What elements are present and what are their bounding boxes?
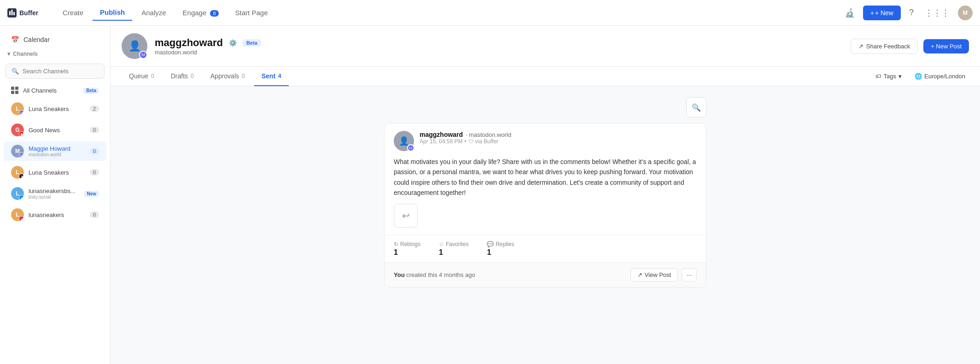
- mastodon-icon: M: [19, 153, 24, 158]
- post-meta: maggzhoward · mastodon.world Apr 15, 04:…: [420, 131, 697, 145]
- tag-icon: 🏷: [875, 73, 881, 80]
- tab-queue[interactable]: Queue 0: [122, 67, 162, 86]
- channel-name-block: Maggie Howard mastodon.world: [29, 145, 70, 157]
- channel-avatar: L P: [11, 208, 24, 221]
- sidebar-item-luna-sneakers-mastodon[interactable]: L M Luna Sneakers 2: [4, 99, 106, 118]
- channel-name-block: lunasneakersbs... bsky.social: [29, 188, 76, 200]
- share-feedback-button[interactable]: ↗ Share Feedback: [851, 39, 918, 54]
- tab-drafts[interactable]: Drafts 0: [163, 67, 201, 86]
- bluesky-icon: ☁: [19, 195, 24, 200]
- main-layout: 📅 Calendar ▾ Channels 🔍 All Channels Bet…: [0, 26, 980, 364]
- sidebar-item-luna-sneakers-x[interactable]: L ✕ Luna Sneakers 0: [4, 163, 106, 182]
- post-image-preview[interactable]: ↩: [394, 204, 418, 228]
- nav-start-page[interactable]: Start Page: [228, 5, 275, 20]
- post-footer: You created this 4 months ago ↗ View Pos…: [385, 262, 706, 287]
- lab-icon-btn[interactable]: 🔬: [842, 5, 858, 21]
- sidebar-item-lunasneakersbs[interactable]: L ☁ lunasneakersbs... bsky.social New: [4, 184, 106, 203]
- nav-create[interactable]: Create: [55, 5, 91, 20]
- sidebar-item-lunasneakers-pinterest[interactable]: L P lunasneakers 0: [4, 205, 106, 224]
- mastodon-icon: M: [19, 110, 24, 115]
- sidebar-item-all-channels[interactable]: All Channels Beta: [4, 83, 106, 97]
- search-icon: 🔍: [12, 68, 19, 75]
- star-icon: ☆: [439, 241, 444, 247]
- search-channels-input[interactable]: [23, 68, 99, 75]
- nav-right: 🔬 + + New ? ⋮⋮⋮ M: [842, 5, 973, 21]
- channel-count: 2: [90, 106, 99, 112]
- via-buffer-icon: 🛡: [468, 139, 473, 144]
- all-channels-icon: [11, 87, 18, 94]
- youtube-icon: ▶: [19, 131, 24, 136]
- channel-count: 0: [90, 127, 99, 133]
- ellipsis-icon: ···: [687, 271, 692, 278]
- posts-container: 🔍 👤 M maggzhoward · mastodon.world: [384, 97, 706, 353]
- user-avatar[interactable]: M: [958, 6, 973, 20]
- reply-icon: 💬: [487, 241, 494, 247]
- svg-rect-2: [12, 10, 13, 15]
- new-post-button[interactable]: + New Post: [923, 39, 969, 53]
- stat-favorites: ☆ Favorites 1: [439, 241, 468, 257]
- channel-avatar: L ✕: [11, 166, 24, 179]
- image-icon: ↩: [402, 210, 410, 221]
- channel-name-heading: maggzhoward ⚙️ Beta: [155, 37, 843, 49]
- new-button[interactable]: + + New: [863, 6, 901, 20]
- channel-avatar: G ▶: [11, 123, 24, 136]
- post-header: 👤 M maggzhoward · mastodon.world Apr 15,…: [385, 123, 706, 157]
- tags-button[interactable]: 🏷 Tags ▾: [872, 71, 905, 82]
- channels-header[interactable]: ▾ Channels: [0, 48, 110, 60]
- nav-analyze[interactable]: Analyze: [134, 5, 173, 20]
- tabs-bar: Queue 0 Drafts 0 Approvals 0 Sent 4 🏷 Ta…: [111, 67, 980, 86]
- channel-header: 👤 M maggzhoward ⚙️ Beta mastodon.world ↗…: [111, 26, 980, 67]
- reblogs-count: 1: [394, 248, 420, 257]
- engage-badge: 8: [210, 10, 218, 17]
- tab-sent[interactable]: Sent 4: [254, 67, 289, 86]
- reblog-icon: ↻: [394, 241, 398, 247]
- sidebar-item-good-news[interactable]: G ▶ Good News 0: [4, 120, 106, 140]
- pinterest-icon: P: [19, 216, 24, 221]
- post-platform-icon: M: [407, 144, 414, 152]
- svg-text:Buffer: Buffer: [19, 9, 39, 17]
- nav-engage[interactable]: Engage 8: [175, 5, 226, 20]
- search-posts-button[interactable]: 🔍: [686, 97, 706, 117]
- more-options-button[interactable]: ···: [682, 268, 697, 282]
- tab-approvals[interactable]: Approvals 0: [203, 67, 252, 86]
- post-author-name: maggzhoward: [420, 131, 463, 138]
- channel-avatar: L M: [11, 102, 24, 115]
- timezone-button[interactable]: 🌐 Europe/London: [911, 71, 969, 82]
- stat-replies: 💬 Replies 1: [487, 241, 514, 257]
- view-post-button[interactable]: ↗ View Post: [630, 268, 678, 282]
- replies-count: 1: [487, 248, 514, 257]
- post-footer-text: You created this 4 months ago: [394, 271, 475, 278]
- svg-rect-3: [13, 12, 15, 15]
- stat-reblogs: ↻ Reblogs 1: [394, 241, 420, 257]
- channel-count: 0: [90, 211, 99, 218]
- post-footer-actions: ↗ View Post ···: [630, 268, 697, 282]
- sidebar-item-maggie-howard[interactable]: M M Maggie Howard mastodon.world 0: [4, 141, 106, 161]
- help-icon-btn[interactable]: ?: [906, 5, 916, 20]
- post-stats: ↻ Reblogs 1 ☆ Favorites 1: [385, 235, 706, 262]
- sidebar-item-calendar[interactable]: 📅 Calendar: [4, 32, 106, 47]
- logo[interactable]: Buffer: [7, 7, 44, 18]
- search-channels-box[interactable]: 🔍: [6, 64, 105, 79]
- grid-icon-btn[interactable]: ⋮⋮⋮: [922, 5, 952, 21]
- all-channels-badge: Beta: [83, 88, 99, 94]
- new-badge: New: [84, 191, 99, 197]
- share-icon: ↗: [858, 43, 863, 50]
- nav-links: Create Publish Analyze Engage 8 Start Pa…: [55, 5, 838, 21]
- settings-icon-btn[interactable]: ⚙️: [228, 38, 238, 48]
- sidebar: 📅 Calendar ▾ Channels 🔍 All Channels Bet…: [0, 26, 111, 364]
- favorites-count: 1: [439, 248, 468, 257]
- channel-avatar: M M: [11, 145, 24, 158]
- chevron-down-icon: ▾: [7, 51, 10, 57]
- external-link-icon: ↗: [637, 271, 642, 278]
- nav-publish[interactable]: Publish: [93, 5, 132, 21]
- channel-header-right: ↗ Share Feedback + New Post: [851, 39, 969, 54]
- top-nav: Buffer Create Publish Analyze Engage 8 S…: [0, 0, 980, 26]
- calendar-icon: 📅: [11, 36, 19, 43]
- post-body: What motivates you in your daily life? S…: [385, 157, 706, 235]
- channel-avatar: L ☁: [11, 187, 24, 200]
- post-author-avatar: 👤 M: [394, 131, 414, 151]
- content-area: 🔍 👤 M maggzhoward · mastodon.world: [111, 86, 980, 364]
- x-icon: ✕: [19, 174, 24, 179]
- globe-icon: 🌐: [915, 73, 922, 80]
- post-time: Apr 15, 04:58 PM • 🛡 via Buffer: [420, 138, 697, 145]
